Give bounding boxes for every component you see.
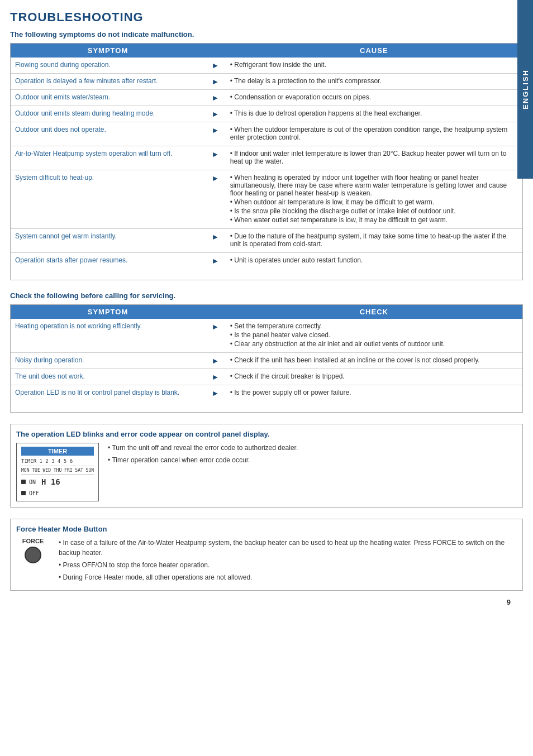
symptom-cell: Air-to-Water Heatpump system operation w… <box>11 146 205 170</box>
arrow-cell: ► <box>205 74 226 90</box>
timer-line2: MON TUE WED THU FRI SAT SUN <box>21 467 94 475</box>
cause-item: When water outlet set temperature is low… <box>230 216 518 224</box>
cause-item: If indoor unit water inlet temperature i… <box>230 150 518 165</box>
table-row: System cannot get warm instantly.►Due to… <box>11 229 522 253</box>
timer-title: TIMER <box>21 447 94 456</box>
arrow-cell: ► <box>205 319 226 353</box>
cause-item: Unit is operates under auto restart func… <box>230 256 518 264</box>
check-cell: Check if the unit has been installed at … <box>226 353 522 369</box>
led-text: Turn the unit off and reveal the error c… <box>108 443 517 467</box>
cause-item: When the outdoor temperature is out of t… <box>230 126 518 141</box>
table-row: Flowing sound during operation.►Refriger… <box>11 58 522 74</box>
symptom-cell: Outdoor unit does not operate. <box>11 122 205 146</box>
cause-cell: Condensation or evaporation occurs on pi… <box>226 90 522 106</box>
section2: Check the following before calling for s… <box>10 291 523 413</box>
symptom-cell: Flowing sound during operation. <box>11 58 205 74</box>
arrow-cell: ► <box>205 353 226 369</box>
page-number: 9 <box>507 598 511 606</box>
page-title: TROUBLESHOOTING <box>10 10 523 25</box>
table-row: Outdoor unit emits water/steam.►Condensa… <box>11 90 522 106</box>
led-bullet-item: Turn the unit off and reveal the error c… <box>108 443 517 453</box>
timer-box: TIMER TIMER 1 2 3 4 5 6 MON TUE WED THU … <box>16 443 99 501</box>
check-item: Check if the circuit breaker is tripped. <box>230 372 518 380</box>
cause-item: When heating is operated by indoor unit … <box>230 174 518 197</box>
english-sidebar: ENGLISH <box>517 0 533 179</box>
on-indicator <box>21 480 26 484</box>
cause-cell: Due to the nature of the heatpump system… <box>226 229 522 253</box>
symptom-cell: Outdoor unit emits water/steam. <box>11 90 205 106</box>
arrow-cell: ► <box>205 58 226 74</box>
symptom-cell: Operation starts after power resumes. <box>11 253 205 269</box>
section1: The following symptoms do not indicate m… <box>10 30 523 280</box>
timer-line1: TIMER 1 2 3 4 5 6 <box>21 458 94 466</box>
check-item: Set the temperature correctly. <box>230 322 518 330</box>
symptom-cause-table: SYMPTOM CAUSE Flowing sound during opera… <box>11 44 522 269</box>
table-row: Noisy during operation.►Check if the uni… <box>11 353 522 369</box>
symptom-cell: Heating operation is not working efficie… <box>11 319 205 353</box>
timer-off-label: OFF <box>29 489 39 497</box>
symptom-cell: System cannot get warm instantly. <box>11 229 205 253</box>
force-button-area: FORCE <box>16 538 50 563</box>
check-item: Check if the unit has been installed at … <box>230 356 518 364</box>
arrow-cell: ► <box>205 253 226 269</box>
symptom-cause-table-wrapper: SYMPTOM CAUSE Flowing sound during opera… <box>10 43 523 280</box>
cause-header: CAUSE <box>226 44 522 58</box>
cause-item: Is the snow pile blocking the discharge … <box>230 207 518 215</box>
symptom-check-table: SYMPTOM CHECK Heating operation is not w… <box>11 305 522 401</box>
cause-item: The delay is a protection to the unit's … <box>230 77 518 85</box>
symptom-cell: Operation is delayed a few minutes after… <box>11 74 205 90</box>
force-bullets-list: In case of a failure of the Air-to-Water… <box>59 538 517 582</box>
check-item: Is the power supply off or power failure… <box>230 389 518 396</box>
off-indicator <box>21 491 26 495</box>
table-row: Operation starts after power resumes.►Un… <box>11 253 522 269</box>
cause-item: Condensation or evaporation occurs on pi… <box>230 93 518 101</box>
symptom-cell: The unit does not work. <box>11 369 205 385</box>
cause-cell: Unit is operates under auto restart func… <box>226 253 522 269</box>
timer-big-num: H 16 <box>41 476 60 488</box>
timer-on-label: ON <box>29 478 36 486</box>
arrow-cell: ► <box>205 385 226 401</box>
symptom-cell: System difficult to heat-up. <box>11 170 205 229</box>
force-inner: FORCE In case of a failure of the Air-to… <box>16 538 517 585</box>
table-row: Outdoor unit emits steam during heating … <box>11 106 522 122</box>
check-item: Clear any obstruction at the air inlet a… <box>230 340 518 348</box>
cause-cell: Refrigerant flow inside the unit. <box>226 58 522 74</box>
check-header: CHECK <box>226 305 522 319</box>
table-row: Operation LED is no lit or control panel… <box>11 385 522 401</box>
arrow-cell: ► <box>205 170 226 229</box>
cause-item: Refrigerant flow inside the unit. <box>230 61 518 69</box>
force-bullet-item: During Force Heater mode, all other oper… <box>59 572 517 582</box>
cause-cell: This is due to defrost operation happens… <box>226 106 522 122</box>
section1-heading: The following symptoms do not indicate m… <box>10 30 523 39</box>
cause-item: This is due to defrost operation happens… <box>230 109 518 117</box>
led-bullets-list: Turn the unit off and reveal the error c… <box>108 443 517 465</box>
arrow-cell: ► <box>205 369 226 385</box>
arrow-cell: ► <box>205 229 226 253</box>
table-row: System difficult to heat-up.►When heatin… <box>11 170 522 229</box>
arrow-cell: ► <box>205 90 226 106</box>
check-cell: Is the power supply off or power failure… <box>226 385 522 401</box>
cause-cell: When heating is operated by indoor unit … <box>226 170 522 229</box>
force-text: In case of a failure of the Air-to-Water… <box>59 538 517 585</box>
table-row: Air-to-Water Heatpump system operation w… <box>11 146 522 170</box>
table-row: Operation is delayed a few minutes after… <box>11 74 522 90</box>
timer-display: TIMER 1 2 3 4 5 6 MON TUE WED THU FRI SA… <box>21 458 94 497</box>
led-inner: TIMER TIMER 1 2 3 4 5 6 MON TUE WED THU … <box>16 443 517 501</box>
symptom-header2: SYMPTOM <box>11 305 205 319</box>
section3-heading: The operation LED blinks and error code … <box>16 430 517 438</box>
section4-heading: Force Heater Mode Button <box>16 525 517 533</box>
table-row: Heating operation is not working efficie… <box>11 319 522 353</box>
cause-cell: When the outdoor temperature is out of t… <box>226 122 522 146</box>
check-item: Is the panel heater valve closed. <box>230 331 518 339</box>
arrow-cell: ► <box>205 146 226 170</box>
table-row: Outdoor unit does not operate.►When the … <box>11 122 522 146</box>
check-cell: Set the temperature correctly.Is the pan… <box>226 319 522 353</box>
force-bullet-item: In case of a failure of the Air-to-Water… <box>59 538 517 558</box>
symptom-cell: Operation LED is no lit or control panel… <box>11 385 205 401</box>
section2-heading: Check the following before calling for s… <box>10 291 523 300</box>
cause-cell: If indoor unit water inlet temperature i… <box>226 146 522 170</box>
force-bullet-item: Press OFF/ON to stop the force heater op… <box>59 560 517 570</box>
led-bullet-item: Timer operation cancel when error code o… <box>108 455 517 465</box>
symptom-header: SYMPTOM <box>11 44 205 58</box>
arrow-cell: ► <box>205 122 226 146</box>
